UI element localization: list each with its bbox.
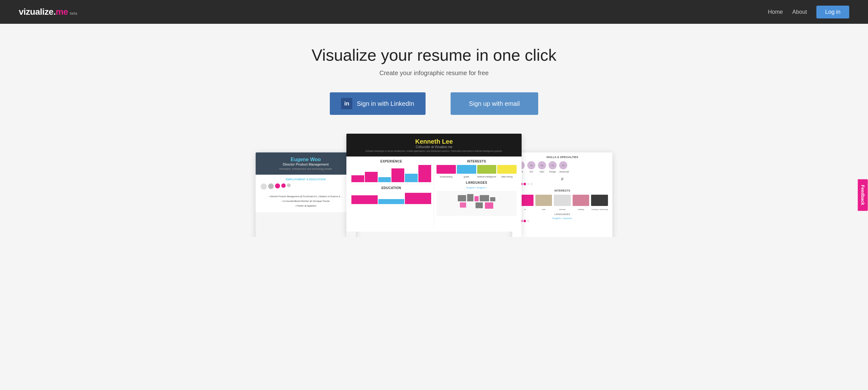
int-block-2 [535, 195, 552, 206]
skill-label-objc: ObjC [538, 171, 546, 173]
right-interests-title: INTERESTS [517, 189, 608, 192]
interest-label-4: data mining [497, 176, 517, 178]
svg-rect-3 [480, 195, 489, 201]
card-center-header: Kenneth Lee Cofounder at Vizualize.me So… [346, 133, 522, 156]
skill-icon-design: <1 [549, 161, 557, 169]
nav-about[interactable]: About [792, 9, 807, 16]
lang-dots [517, 220, 608, 222]
int-label-2: web [535, 208, 552, 210]
skill-label-ios: iOS [527, 171, 535, 173]
skill-icon-js: <1 [559, 161, 567, 169]
education-section-title: EDUCATION [351, 186, 431, 190]
card-left-header: Eugene Woo Director Product Management D… [256, 152, 356, 175]
svg-rect-5 [460, 203, 466, 208]
svg-rect-7 [490, 197, 495, 201]
exp-bar-5 [405, 174, 418, 182]
card-left-section: EMPLOYMENT & EDUCATION [261, 178, 351, 181]
skill-icon-ios: <1 [527, 161, 535, 169]
interest-label-3: artificial intelligence [477, 176, 497, 178]
hero-subtitle: Create your infographic resume for free [6, 69, 862, 77]
right-lang-text: English • Spanish [517, 217, 608, 220]
hero-buttons: in Sign in with LinkedIn Sign up with em… [6, 92, 862, 115]
dot-2 [268, 183, 274, 189]
resume-card-right: SKILLS & SPECIALTIES <1 <1 <1 <1 <1 Java… [512, 152, 612, 237]
interest-block-4 [497, 165, 517, 174]
edu-bar-2 [378, 199, 405, 204]
card-center-name: Kenneth Lee [351, 138, 517, 145]
dot-1 [261, 183, 267, 190]
linkedin-btn-label: Sign in with LinkedIn [357, 100, 414, 107]
exp-bar-1 [351, 175, 364, 182]
resume-card-left: Eugene Woo Director Product Management D… [256, 152, 356, 237]
nav-home[interactable]: Home [768, 9, 783, 16]
logo-beta: beta [70, 11, 77, 16]
interest-block-2 [457, 165, 476, 174]
card-right-body: SKILLS & SPECIALTIES <1 <1 <1 <1 <1 Java… [512, 152, 612, 237]
interests-section-title: INTERESTS [436, 160, 517, 163]
int-label-5: running • swimming [591, 208, 608, 210]
int-label-4: reading [572, 208, 590, 210]
hero-title: Visualize your resume in one click [6, 46, 862, 64]
card-left-body: EMPLOYMENT & EDUCATION • Director Produc… [256, 175, 356, 212]
int-block-5 [591, 195, 608, 206]
logo: vizualize.me beta [19, 7, 77, 17]
right-lang-title: LANGUAGES [517, 213, 608, 216]
info-line-1: • Director Product Management @ Purchman… [261, 195, 351, 198]
interest-block-3 [477, 165, 497, 174]
feedback-tab[interactable]: Feedback [858, 179, 868, 211]
rdot-4 [527, 183, 529, 185]
exp-bar-3 [378, 177, 391, 182]
svg-rect-0 [458, 195, 466, 201]
world-map [436, 191, 517, 216]
edu-bar-3 [405, 193, 431, 204]
int-block-3 [554, 195, 571, 206]
rdot-5 [530, 183, 533, 185]
skills-section-title: SKILLS & SPECIALTIES [517, 156, 608, 159]
ldot-3 [524, 220, 526, 222]
card-left-title: Director Product Management [261, 162, 351, 166]
experience-section-title: EXPERIENCE [351, 160, 431, 163]
logo-text: vizualize.me [19, 7, 68, 17]
navbar: vizualize.me beta Home About Log in [0, 0, 868, 24]
linkedin-icon: in [341, 98, 352, 109]
svg-rect-2 [474, 196, 478, 202]
skill-icon-objc: <1 [538, 161, 546, 169]
edu-bar-1 [351, 195, 378, 204]
skill-label-js: Javascript [559, 171, 567, 173]
int-label-3: internet [554, 208, 571, 210]
hash-icon: # [517, 177, 608, 182]
card-left-name: Eugene Woo [261, 157, 351, 162]
rdot-3 [524, 183, 526, 185]
timeline-dots [261, 183, 291, 190]
timeline-row [261, 183, 351, 190]
rating-dots [517, 183, 608, 185]
skill-labels-row: Java iOS ObjC Design Javascript [517, 171, 608, 173]
right-interest-labels: ie web internet reading running • swimmi… [517, 208, 608, 210]
right-lang-section: LANGUAGES English • Spanish [517, 213, 608, 222]
login-button[interactable]: Log in [816, 6, 849, 19]
ldot-4 [527, 220, 529, 222]
card-center-desc: Software developer in server architectur… [351, 150, 517, 152]
interest-label-1: broadcasting [436, 176, 456, 178]
right-interests-blocks [517, 195, 608, 206]
skill-icons-row: <1 <1 <1 <1 <1 [517, 161, 608, 169]
hero-section: Visualize your resume in one click Creat… [0, 24, 868, 252]
nav-links: Home About Log in [768, 6, 849, 19]
screenshots-section: Eugene Woo Director Product Management D… [6, 133, 862, 237]
int-block-4 [572, 195, 590, 206]
card-left-desc: Developer, entrepreneur and technology f… [261, 168, 351, 170]
email-signup-button[interactable]: Sign up with email [451, 92, 538, 115]
svg-rect-1 [467, 194, 473, 201]
dot-4 [281, 183, 286, 188]
linkedin-signin-button[interactable]: in Sign in with LinkedIn [330, 92, 425, 115]
exp-bar-6 [418, 165, 431, 182]
interest-label-2: guitar [457, 176, 476, 178]
languages-section-title: LANGUAGES [436, 181, 517, 184]
card-center-subtitle: Cofounder at Vizualize.me [351, 145, 517, 149]
svg-rect-6 [476, 203, 483, 208]
card-left-info: • Director Product Management @ Purchman… [261, 195, 351, 208]
dot-3 [275, 183, 280, 188]
exp-bar-2 [365, 172, 378, 182]
skill-label-design: Design [549, 171, 557, 173]
interest-block-1 [436, 165, 456, 174]
